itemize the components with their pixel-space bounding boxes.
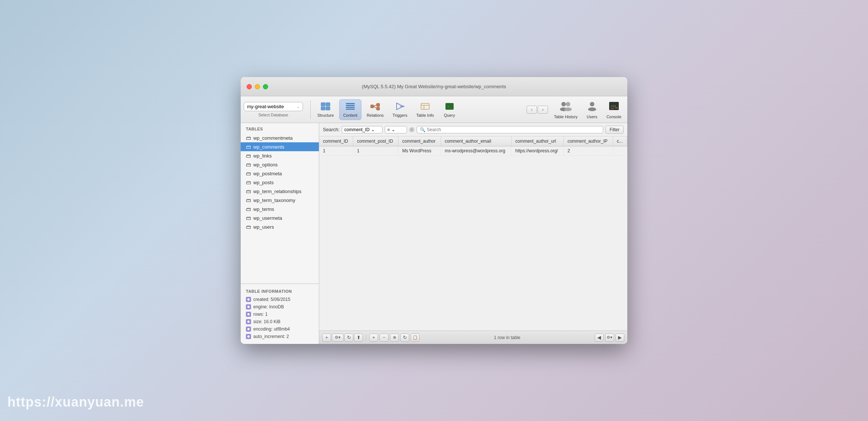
table-item-wp_term_taxonomy[interactable]: 🗃 wp_term_taxonomy	[241, 196, 319, 205]
info-item-size: size: 16.0 KiB	[241, 318, 319, 325]
table-item-label: wp_users	[253, 224, 274, 230]
table-item-wp_commentmeta[interactable]: 🗃 wp_commentmeta	[241, 133, 319, 142]
nav-group: ‹ ›	[527, 106, 548, 114]
relations-label: Relations	[367, 113, 384, 117]
prev-page-button[interactable]: ◀	[595, 334, 604, 342]
table-item-wp_comments[interactable]: 🗃 wp_comments	[241, 142, 319, 151]
settings-button[interactable]: ⚙▾	[332, 334, 344, 342]
svg-rect-5	[346, 105, 355, 106]
nav-next-button[interactable]: ›	[538, 106, 548, 114]
page-settings-button[interactable]: ⚙▾	[605, 334, 614, 342]
minimize-button[interactable]	[255, 84, 260, 89]
triggers-icon	[395, 102, 405, 112]
structure-button[interactable]: Structure	[314, 99, 338, 120]
search-input[interactable]	[427, 127, 600, 132]
cell-comment_author_email: ms-wrodpress@wordpress.org	[441, 146, 511, 156]
info-label-engine: engine: InnoDB	[253, 304, 284, 309]
triggers-button[interactable]: Triggers	[389, 99, 411, 120]
search-clear-button[interactable]: ×	[409, 127, 414, 132]
remove-row-button[interactable]: −	[380, 334, 388, 342]
db-select-value: my-great-website	[247, 104, 284, 109]
export-table-button[interactable]: 📋	[411, 334, 420, 342]
table-information: TABLE INFORMATION created: 5/06/2015 eng…	[241, 284, 319, 344]
traffic-lights	[247, 84, 268, 89]
duplicate-row-button[interactable]: ⊕	[390, 334, 399, 342]
col-header-comment_author_email[interactable]: comment_author_email	[441, 136, 511, 146]
sidebar: TABLES 🗃 wp_commentmeta 🗃 wp_comments 🗃 …	[241, 123, 319, 344]
table-icon: 🗃	[246, 144, 251, 150]
content-button[interactable]: Content	[339, 99, 362, 120]
svg-point-25	[564, 107, 572, 111]
svg-rect-1	[326, 103, 330, 106]
search-field-select[interactable]: comment_ID ⌄	[342, 126, 383, 133]
users-button[interactable]: Users	[584, 99, 601, 120]
maximize-button[interactable]	[263, 84, 268, 89]
table-item-label: wp_links	[253, 153, 272, 159]
add-table-button[interactable]: +	[322, 334, 331, 342]
close-button[interactable]	[247, 84, 252, 89]
col-header-rest[interactable]: c...	[613, 136, 627, 146]
toolbar-right: ‹ › Table History	[527, 99, 624, 120]
structure-icon	[320, 102, 331, 112]
svg-rect-4	[346, 103, 355, 104]
console-button[interactable]: con so Console	[604, 99, 624, 120]
search-input-box: 🔍	[417, 126, 604, 133]
col-header-comment_ID[interactable]: comment_ID	[319, 136, 353, 146]
relations-button[interactable]: Relations	[363, 99, 387, 120]
table-item-wp_postmeta[interactable]: 🗃 wp_postmeta	[241, 169, 319, 178]
table-icon: 🗃	[246, 188, 251, 194]
table-item-wp_users[interactable]: 🗃 wp_users	[241, 222, 319, 231]
table-icon: 🗃	[246, 215, 251, 221]
cell-comment_author: Ms WordPress	[398, 146, 441, 156]
content-area: Search: comment_ID ⌄ = ⌄ × 🔍 Filter	[319, 123, 627, 344]
table-item-wp_term_relationships[interactable]: 🗃 wp_term_relationships	[241, 187, 319, 196]
svg-text:i: i	[422, 106, 423, 108]
col-header-comment_author_url[interactable]: comment_author_url	[511, 136, 564, 146]
history-button[interactable]: Table History	[551, 99, 581, 120]
search-operator-select[interactable]: = ⌄	[385, 126, 407, 133]
table-icon: 🗃	[246, 197, 251, 203]
db-select-control[interactable]: my-great-website ⌄	[244, 102, 303, 111]
add-row-button[interactable]: +	[369, 334, 378, 342]
data-table-wrapper[interactable]: comment_ID comment_post_ID comment_autho…	[319, 136, 627, 331]
svg-point-22	[561, 102, 566, 106]
chevron-down-icon: ⌄	[371, 127, 375, 132]
query-button[interactable]: >_ Query	[439, 99, 460, 120]
search-label: Search:	[323, 127, 340, 132]
users-label: Users	[587, 115, 597, 119]
tableinfo-button[interactable]: i Table Info	[413, 99, 438, 120]
titlebar: (MySQL 5.5.42) My Great Website/my-great…	[241, 77, 627, 96]
col-header-comment_author[interactable]: comment_author	[398, 136, 441, 146]
table-item-wp_usermeta[interactable]: 🗃 wp_usermeta	[241, 213, 319, 222]
col-header-comment_author_IP[interactable]: comment_author_IP	[564, 136, 613, 146]
console-icon: con so	[608, 100, 620, 114]
query-icon: >_	[444, 102, 455, 112]
cell-comment_author_url: https://wordpress.org/	[511, 146, 564, 156]
users-icon	[559, 100, 572, 114]
svg-rect-8	[371, 105, 374, 108]
refresh-sidebar-button[interactable]: ↻	[344, 334, 353, 342]
svg-rect-10	[377, 107, 380, 110]
svg-line-11	[374, 105, 377, 106]
filter-button[interactable]: Filter	[605, 126, 624, 134]
table-item-wp_options[interactable]: 🗃 wp_options	[241, 160, 319, 169]
info-item-rows: rows: 1	[241, 311, 319, 318]
table-item-wp_links[interactable]: 🗃 wp_links	[241, 151, 319, 160]
table-item-label: wp_term_relationships	[253, 189, 301, 194]
table-item-wp_terms[interactable]: 🗃 wp_terms	[241, 205, 319, 213]
info-item-created: created: 5/06/2015	[241, 296, 319, 303]
svg-text:so: so	[611, 107, 614, 110]
relations-icon	[370, 102, 380, 112]
col-header-comment_post_ID[interactable]: comment_post_ID	[353, 136, 398, 146]
info-dot	[246, 326, 251, 332]
next-page-button[interactable]: ▶	[615, 334, 624, 342]
tableinfo-icon: i	[420, 102, 430, 112]
table-item-wp_posts[interactable]: 🗃 wp_posts	[241, 178, 319, 187]
nav-prev-button[interactable]: ‹	[527, 106, 537, 114]
export-sidebar-button[interactable]: ⬆	[354, 334, 363, 342]
svg-rect-0	[321, 103, 325, 106]
cell-comment_author_IP: 2	[564, 146, 613, 156]
refresh-table-button[interactable]: ↻	[400, 334, 409, 342]
table-row[interactable]: 1 1 Ms WordPress ms-wrodpress@wordpress.…	[319, 146, 627, 156]
tables-header: TABLES	[241, 123, 319, 133]
